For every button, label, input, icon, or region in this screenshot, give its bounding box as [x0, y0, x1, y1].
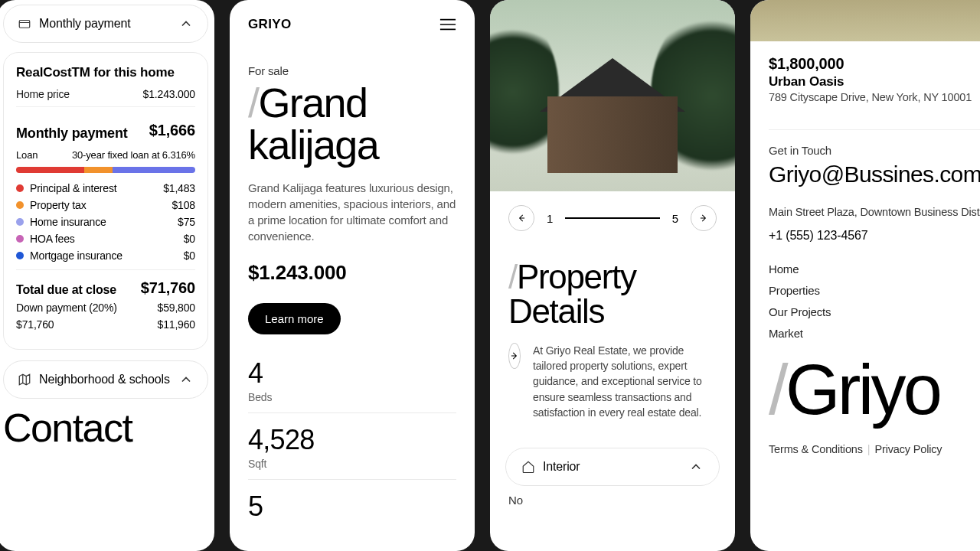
stat-number: 4 — [248, 357, 456, 390]
closing-cost-label: $71,760 — [16, 318, 54, 331]
property-hero-image — [490, 0, 735, 191]
stat-number: 4,528 — [248, 424, 456, 456]
home-price-label: Home price — [16, 88, 70, 100]
listing-price: $1,800,000 — [769, 55, 980, 73]
legend-label: Principal & interest — [30, 182, 117, 194]
legend-dot — [16, 235, 24, 243]
legend-dot — [16, 201, 24, 209]
contact-email[interactable]: Griyo@Bussines.com — [769, 161, 980, 187]
legend-dot — [16, 184, 24, 192]
prev-button[interactable] — [508, 205, 534, 231]
footer-logo: /Griyo — [769, 358, 980, 422]
neighborhood-pill-label: Neighborhood & schools — [39, 373, 170, 386]
legal-links: Terms & Conditions|Privacy Policy — [769, 443, 980, 455]
listing-name: Urban Oasis — [769, 74, 980, 90]
sale-tag: For sale — [248, 64, 456, 77]
monthly-payment-label: Monthly payment — [16, 126, 128, 142]
neighborhood-pill[interactable]: Neighborhood & schools — [3, 360, 208, 399]
company-address: Main Street Plaza, Downtown Business Dis… — [769, 206, 980, 218]
stat-item: 4Beds — [248, 357, 456, 413]
privacy-link[interactable]: Privacy Policy — [874, 443, 942, 455]
slash-icon: / — [769, 350, 786, 429]
stat-number: 5 — [248, 491, 456, 523]
legend-row: HOA fees$0 — [16, 233, 195, 245]
legend-row: Home insurance$75 — [16, 216, 195, 228]
monthly-payment-pill[interactable]: Monthly payment — [3, 5, 208, 43]
legend-label: Mortgage insurance — [30, 249, 122, 262]
home-price-value: $1.243.000 — [143, 88, 195, 100]
home-icon — [521, 460, 535, 474]
legend-row: Mortgage insurance$0 — [16, 249, 195, 262]
cost-panel-screen: Monthly payment RealCostTM for this home… — [0, 0, 214, 551]
chevron-up-icon — [178, 16, 194, 31]
details-screen: 1 5 /Property Details At Griyo Real Esta… — [490, 0, 735, 551]
legend-label: HOA fees — [30, 233, 75, 245]
legend-row: Property tax$108 — [16, 199, 195, 211]
loan-label: Loan — [16, 149, 38, 161]
footer-nav-link[interactable]: Properties — [769, 284, 980, 297]
page-total: 5 — [672, 212, 678, 225]
svg-rect-0 — [19, 21, 30, 28]
legend-value: $75 — [178, 216, 195, 228]
footer-screen: $1,800,000 Urban Oasis 789 Cityscape Dri… — [750, 0, 980, 551]
stat-item: 4,528Sqft — [248, 424, 456, 480]
pager-track — [565, 217, 660, 219]
contact-phone[interactable]: +1 (555) 123-4567 — [769, 229, 980, 243]
listing-hero-image — [750, 0, 980, 41]
stat-label: Beds — [248, 391, 456, 403]
closing-cost-value: $11,960 — [158, 318, 196, 331]
divider — [769, 129, 980, 130]
legend-dot — [16, 218, 24, 226]
slash-icon: / — [248, 80, 258, 126]
details-heading: /Property Details — [490, 245, 735, 329]
monthly-payment-pill-label: Monthly payment — [39, 17, 130, 31]
details-description: At Griyo Real Estate, we provide tailore… — [533, 343, 717, 420]
card-title: RealCostTM for this home — [16, 65, 195, 80]
footer-nav-link[interactable]: Market — [769, 327, 980, 340]
legend-value: $108 — [172, 199, 195, 211]
stat-label: Sqft — [248, 458, 456, 470]
legend-value: $0 — [184, 233, 195, 245]
page-current: 1 — [547, 212, 553, 225]
chevron-up-icon — [178, 372, 194, 387]
gallery-pager: 1 5 — [490, 191, 735, 245]
realcost-card: RealCostTM for this home Home price$1.24… — [3, 52, 208, 350]
legend-label: Home insurance — [30, 216, 106, 228]
get-in-touch-label: Get in Touch — [769, 144, 980, 157]
total-due-value: $71,760 — [141, 279, 195, 297]
monthly-payment-value: $1,666 — [149, 122, 195, 139]
accordion-title: Interior — [543, 460, 580, 474]
footer-nav-link[interactable]: Our Projects — [769, 305, 980, 318]
footer-nav-link[interactable]: Home — [769, 262, 980, 276]
loan-desc: 30-year fixed loan at 6.316% — [72, 149, 195, 161]
slash-icon: / — [508, 258, 517, 295]
legend-row: Principal & interest$1,483 — [16, 182, 195, 194]
contact-heading: Contact — [0, 408, 214, 448]
listing-screen: GRIYO For sale /Grand kalijaga Grand Kal… — [230, 0, 475, 551]
learn-more-button[interactable]: Learn more — [248, 303, 341, 334]
listing-address: 789 Cityscape Drive, New York, NY 10001 — [769, 91, 980, 103]
interior-accordion[interactable]: Interior — [505, 448, 720, 486]
property-price: $1.243.000 — [248, 261, 456, 285]
details-arrow-button[interactable] — [508, 343, 521, 369]
cost-breakdown-bar — [16, 167, 195, 173]
next-button[interactable] — [691, 205, 717, 231]
property-description: Grand Kalijaga features luxurious design… — [248, 180, 456, 244]
brand-logo[interactable]: GRIYO — [248, 17, 292, 32]
legend-dot — [16, 252, 24, 259]
map-icon — [18, 373, 31, 386]
chevron-up-icon — [688, 459, 704, 474]
down-payment-value: $59,800 — [158, 302, 196, 314]
stat-item: 5 — [248, 491, 456, 532]
property-title: /Grand kalijaga — [248, 82, 456, 166]
down-payment-label: Down payment (20%) — [16, 302, 117, 314]
legend-value: $0 — [184, 249, 195, 262]
card-icon — [18, 17, 31, 31]
menu-icon[interactable] — [439, 18, 456, 31]
legend-label: Property tax — [30, 199, 87, 211]
terms-link[interactable]: Terms & Conditions — [769, 443, 863, 455]
total-due-label: Total due at close — [16, 283, 116, 297]
partial-text: No — [490, 486, 735, 514]
legend-value: $1,483 — [163, 182, 195, 194]
